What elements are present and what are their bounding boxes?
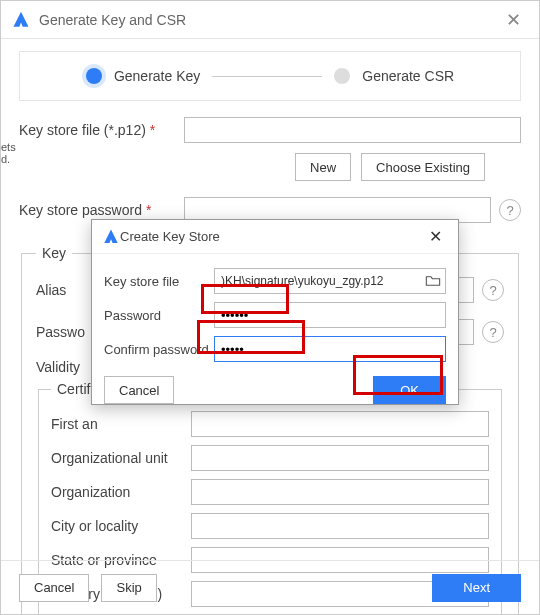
cutoff-text: ets d.: [1, 141, 7, 165]
footer: Cancel Skip Next: [1, 560, 539, 614]
key-group-legend: Key: [36, 245, 72, 261]
keystore-file-input[interactable]: [184, 117, 521, 143]
city-input[interactable]: [191, 513, 489, 539]
dialog-file-value: )KH\signature\yukoyu_zgy.p12: [221, 274, 421, 288]
dialog-body: Key store file )KH\signature\yukoyu_zgy.…: [92, 254, 458, 414]
dialog-title: Create Key Store: [120, 229, 220, 244]
step-generate-key-label: Generate Key: [114, 68, 200, 84]
dialog-confirm-row: Confirm password: [104, 336, 446, 362]
wizard-steps: Generate Key Generate CSR: [19, 51, 521, 101]
first-name-label: First an: [51, 416, 191, 432]
ou-label: Organizational unit: [51, 450, 191, 466]
window-title: Generate Key and CSR: [39, 12, 186, 28]
cancel-button[interactable]: Cancel: [19, 574, 89, 602]
step-generate-csr-icon: [334, 68, 350, 84]
dialog-file-label: Key store file: [104, 274, 214, 289]
org-label: Organization: [51, 484, 191, 500]
keystore-file-label: Key store file (*.p12)*: [19, 122, 184, 138]
dialog-logo-icon: [102, 228, 120, 246]
org-input[interactable]: [191, 479, 489, 505]
choose-existing-button[interactable]: Choose Existing: [361, 153, 485, 181]
city-label: City or locality: [51, 518, 191, 534]
step-connector: [212, 76, 322, 77]
dialog-file-row: Key store file )KH\signature\yukoyu_zgy.…: [104, 268, 446, 294]
step-generate-csr-label: Generate CSR: [362, 68, 454, 84]
dialog-confirm-input[interactable]: [214, 336, 446, 362]
titlebar: Generate Key and CSR ✕: [1, 1, 539, 39]
city-row: City or locality: [51, 513, 489, 539]
dialog-confirm-label: Confirm password: [104, 342, 214, 357]
keystore-file-buttons: New Choose Existing: [19, 153, 485, 181]
window-close-button[interactable]: ✕: [498, 5, 529, 35]
ou-input[interactable]: [191, 445, 489, 471]
dialog-password-row: Password: [104, 302, 446, 328]
create-keystore-dialog: Create Key Store ✕ Key store file )KH\si…: [91, 219, 459, 405]
dialog-file-field[interactable]: )KH\signature\yukoyu_zgy.p12: [214, 268, 446, 294]
ou-row: Organizational unit: [51, 445, 489, 471]
dialog-ok-button[interactable]: OK: [373, 376, 446, 404]
dialog-close-button[interactable]: ✕: [423, 225, 448, 248]
dialog-footer: Cancel OK: [104, 376, 446, 404]
skip-button[interactable]: Skip: [101, 574, 156, 602]
main-window: Generate Key and CSR ✕ ets d. Generate K…: [0, 0, 540, 615]
dialog-cancel-button[interactable]: Cancel: [104, 376, 174, 404]
first-name-row: First an: [51, 411, 489, 437]
step-generate-key-icon: [86, 68, 102, 84]
dialog-titlebar: Create Key Store ✕: [92, 220, 458, 254]
app-logo-icon: [11, 10, 31, 30]
next-button[interactable]: Next: [432, 574, 521, 602]
folder-icon[interactable]: [425, 274, 441, 288]
org-row: Organization: [51, 479, 489, 505]
key-password-help-icon[interactable]: ?: [482, 321, 504, 343]
dialog-password-label: Password: [104, 308, 214, 323]
new-button[interactable]: New: [295, 153, 351, 181]
dialog-password-input[interactable]: [214, 302, 446, 328]
keystore-password-help-icon[interactable]: ?: [499, 199, 521, 221]
alias-help-icon[interactable]: ?: [482, 279, 504, 301]
keystore-password-label: Key store password*: [19, 202, 184, 218]
keystore-file-row: Key store file (*.p12)*: [19, 117, 521, 143]
first-name-input[interactable]: [191, 411, 489, 437]
